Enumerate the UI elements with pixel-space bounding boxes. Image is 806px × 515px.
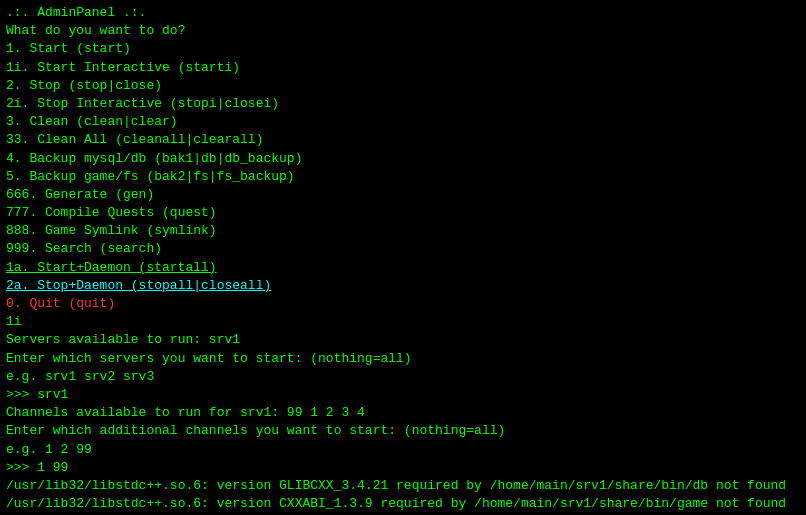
terminal-line-2: 1. Start (start) [6,40,800,58]
terminal-line-21: e.g. srv1 srv2 srv3 [6,368,800,386]
terminal-line-25: e.g. 1 2 99 [6,441,800,459]
terminal-line-26: >>> 1 99 [6,459,800,477]
terminal-line-11: 777. Compile Quests (quest) [6,204,800,222]
terminal-line-8: 4. Backup mysql/db (bak1|db|db_backup) [6,150,800,168]
terminal-line-20: Enter which servers you want to start: (… [6,350,800,368]
terminal-line-6: 3. Clean (clean|clear) [6,113,800,131]
terminal-line-10: 666. Generate (gen) [6,186,800,204]
terminal-line-14: 1a. Start+Daemon (startall) [6,259,800,277]
terminal-line-19: Servers available to run: srv1 [6,331,800,349]
terminal-line-1: What do you want to do? [6,22,800,40]
terminal-line-27: /usr/lib32/libstdc++.so.6: version GLIBC… [6,477,800,495]
terminal: .:. AdminPanel .:.What do you want to do… [0,0,806,515]
terminal-line-28: /usr/lib32/libstdc++.so.6: version CXXAB… [6,495,800,513]
terminal-line-16: 0. Quit (quit) [6,295,800,313]
terminal-line-24: Enter which additional channels you want… [6,422,800,440]
terminal-line-23: Channels available to run for srv1: 99 1… [6,404,800,422]
terminal-line-5: 2i. Stop Interactive (stopi|closei) [6,95,800,113]
terminal-line-22: >>> srv1 [6,386,800,404]
terminal-line-15: 2a. Stop+Daemon (stopall|closeall) [6,277,800,295]
terminal-line-13: 999. Search (search) [6,240,800,258]
terminal-line-0: .:. AdminPanel .:. [6,4,800,22]
terminal-line-7: 33. Clean All (cleanall|clearall) [6,131,800,149]
terminal-line-18: 1i [6,313,800,331]
terminal-line-3: 1i. Start Interactive (starti) [6,59,800,77]
terminal-line-4: 2. Stop (stop|close) [6,77,800,95]
terminal-line-9: 5. Backup game/fs (bak2|fs|fs_backup) [6,168,800,186]
terminal-line-12: 888. Game Symlink (symlink) [6,222,800,240]
